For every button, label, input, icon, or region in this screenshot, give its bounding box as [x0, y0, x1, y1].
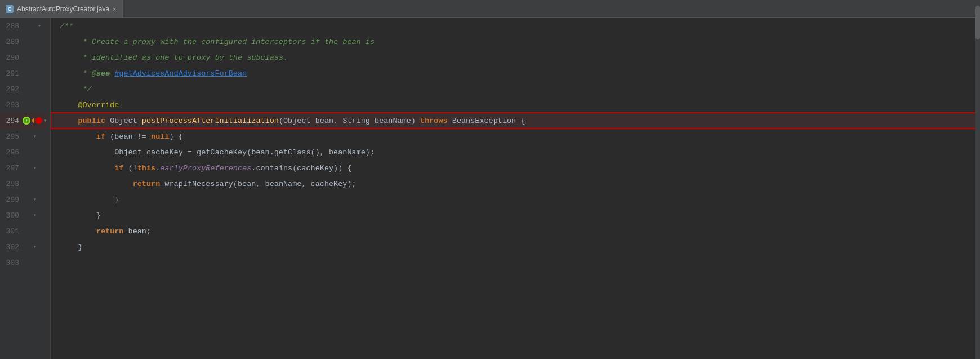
tab-bar: C AbstractAutoProxyCreator.java × — [0, 0, 980, 18]
java-file-icon: C — [6, 5, 14, 13]
code-token: to — [174, 54, 183, 62]
code-token — [60, 259, 64, 267]
code-line-303 — [51, 255, 980, 271]
code-token: Object — [114, 148, 142, 157]
code-token: Object — [110, 117, 142, 125]
code-token — [60, 164, 114, 172]
code-token: bean, — [311, 117, 343, 125]
code-token: ( — [279, 117, 283, 125]
code-token: cacheKey = getCacheKey(bean.getClass(), … — [142, 148, 375, 157]
line-number: 291 — [0, 69, 24, 78]
code-token: /** — [60, 22, 73, 30]
code-token: #getAdvicesAndAdvisorsForBean — [114, 69, 247, 78]
code-token: } — [60, 211, 101, 220]
code-line-301: return bean; — [51, 223, 980, 239]
code-token: subclass. — [242, 54, 288, 62]
gutter-row-291: 291 — [0, 65, 48, 81]
breakpoint-icon[interactable] — [35, 117, 42, 124]
line-number: 288 — [0, 22, 24, 30]
gutter-row-298: 298 — [0, 176, 48, 192]
gutter-row-301: 301 — [0, 223, 48, 239]
code-token: postProcessAfterInitialization — [142, 117, 279, 125]
code-token: wrapIfNecessary(bean, beanName, cacheKey… — [164, 180, 356, 188]
code-token: (bean != — [110, 132, 151, 141]
code-token: earlyProxyReferences — [160, 164, 251, 172]
code-token: if — [114, 164, 128, 172]
editor-tab[interactable]: C AbstractAutoProxyCreator.java × — [0, 0, 123, 17]
code-line-293: @Override — [51, 97, 980, 113]
gutter-icons: ▾ — [24, 196, 46, 203]
code-line-296: Object cacheKey = getCacheKey(bean.getCl… — [51, 144, 980, 160]
code-token: ) { — [169, 132, 182, 141]
gutter-row-300: 300 ▾ — [0, 207, 48, 223]
code-token: } — [60, 196, 119, 204]
debug-breakpoint-icon[interactable]: ↑ — [23, 117, 30, 125]
tab-filename: AbstractAutoProxyCreator.java — [17, 5, 109, 13]
code-token: with — [160, 38, 178, 46]
gutter-row-293: 293 — [0, 97, 48, 113]
scrollbar-thumb[interactable] — [975, 18, 980, 39]
vertical-scrollbar[interactable] — [975, 18, 980, 359]
gutter-icons: ▾ — [24, 22, 46, 30]
code-line-300: } — [51, 207, 980, 223]
code-token: * Create a proxy — [60, 38, 160, 46]
gutter-icons: ▾ — [24, 133, 46, 140]
fold-arrow[interactable]: ▾ — [32, 196, 38, 203]
code-token: { — [516, 117, 525, 125]
line-number: 293 — [0, 101, 24, 109]
line-number: 301 — [0, 227, 24, 236]
code-area: 288 ▾ 289 290 291 — [0, 18, 980, 359]
code-line-294: public Object postProcessAfterInitializa… — [51, 113, 980, 128]
code-token: null — [151, 132, 169, 141]
code-token: throws — [420, 117, 452, 125]
gutter-row-297: 297 ▾ — [0, 160, 48, 176]
gutter-row-292: 292 — [0, 81, 48, 97]
code-token: @see — [92, 69, 110, 78]
line-number: 289 — [0, 38, 24, 46]
code-token: return — [133, 180, 165, 188]
code-token — [110, 69, 114, 78]
fold-arrow[interactable]: ▾ — [43, 117, 47, 124]
line-number: 292 — [0, 85, 24, 94]
fold-arrow[interactable]: ▾ — [36, 23, 43, 29]
gutter-row-294: 294 ↑ ▾ — [0, 113, 48, 128]
code-line-302: } — [51, 239, 980, 255]
gutter-icons: ▾ — [24, 243, 46, 250]
gutter-icons: ▾ — [24, 165, 46, 171]
code-token: */ — [60, 85, 92, 94]
line-number: 297 — [0, 164, 24, 172]
tab-close-button[interactable]: × — [113, 6, 116, 12]
code-token — [60, 132, 96, 141]
fold-arrow[interactable]: ▾ — [32, 212, 38, 219]
code-line-288: /** — [51, 18, 980, 34]
code-token: proxy by — [183, 54, 229, 62]
fold-arrow[interactable]: ▾ — [32, 165, 38, 171]
gutter-icons: ▾ — [24, 212, 46, 219]
code-token: return — [96, 227, 128, 236]
code-token: the — [229, 54, 242, 62]
line-number: 290 — [0, 54, 24, 62]
code-token: } — [60, 243, 83, 251]
code-lines: /** * Create a proxy with the configured… — [51, 18, 980, 271]
code-line-290: * identified as one to proxy by the subc… — [51, 50, 980, 65]
code-line-292: */ — [51, 81, 980, 97]
gutter-row-289: 289 — [0, 34, 48, 50]
gutter-row-296: 296 — [0, 144, 48, 160]
editor-container: C AbstractAutoProxyCreator.java × 288 ▾ … — [0, 0, 980, 359]
code-token: bean; — [128, 227, 152, 236]
fold-arrow[interactable]: ▾ — [32, 243, 38, 250]
line-number: 302 — [0, 243, 24, 251]
gutter-row-290: 290 — [0, 50, 48, 65]
code-line-295: if (bean != null) { — [51, 128, 980, 144]
fold-arrow[interactable]: ▾ — [32, 133, 38, 140]
code-token: .contains(cacheKey)) { — [251, 164, 351, 172]
gutter-row-302: 302 ▾ — [0, 239, 48, 255]
gutter-row-303: 303 — [0, 255, 48, 271]
code-token: (! — [128, 164, 137, 172]
code-token: the configured interceptors if the bean … — [179, 38, 375, 46]
code-token: public — [60, 117, 110, 125]
gutter-row-295: 295 ▾ — [0, 128, 48, 144]
code-token — [60, 180, 133, 188]
line-number: 303 — [0, 259, 24, 267]
line-number: 298 — [0, 180, 24, 188]
